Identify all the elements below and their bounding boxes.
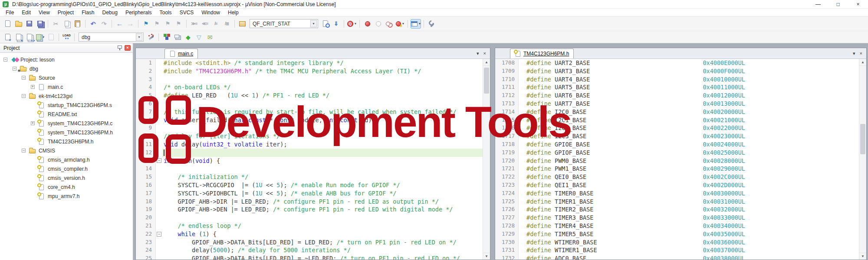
chevron-down-icon[interactable]: ▾	[43, 35, 44, 39]
save-all-icon[interactable]	[35, 19, 45, 29]
collapse-icon[interactable]: −	[22, 149, 26, 153]
code-line[interactable]: 1712#define UART6_BASE 0x40012000UL	[495, 91, 859, 100]
code-line[interactable]: 1724#define TIMER0_BASE 0x40030000UL	[495, 189, 859, 198]
code-line[interactable]: 14	[136, 165, 483, 173]
select-folders-icon[interactable]: ▽	[194, 32, 204, 42]
code-line[interactable]: 3	[136, 75, 483, 84]
clear-all-bookmarks-icon[interactable]: ⚑	[174, 19, 184, 29]
tree-item[interactable]: −dbg	[0, 64, 133, 73]
tree-item[interactable]: −Project: lesson	[0, 55, 133, 64]
code-line[interactable]: 15 /* initialization */	[136, 173, 483, 181]
code-line[interactable]: 8void assert_failed(char const * const m…	[136, 116, 483, 124]
tree-item[interactable]: −Source	[0, 73, 133, 82]
code-line[interactable]: 1722#define QEI0_BASE 0x4002C000UL	[495, 173, 859, 181]
scroll-up-icon[interactable]: ▲	[483, 59, 490, 66]
rebuild-all-icon[interactable]	[24, 32, 34, 42]
chevron-down-icon[interactable]: ▾	[402, 22, 404, 26]
find-text-combo[interactable]: QF_CRIT_STAT▾	[250, 19, 318, 28]
menu-item-file[interactable]: File	[2, 10, 18, 16]
expand-icon[interactable]: +	[31, 85, 35, 89]
scroll-down-icon[interactable]: ▼	[859, 253, 866, 260]
code-line[interactable]: 1727#define TIMER3_BASE 0x40033000UL	[495, 214, 859, 222]
code-line[interactable]: 2#include "TM4C123GH6PM.h" /* the TM4C M…	[136, 67, 483, 75]
previous-bookmark-icon[interactable]: ⚑	[152, 19, 162, 29]
code-line[interactable]: 24 delay(5000); /* delay for 5000 intera…	[136, 246, 483, 254]
comment-selection-icon[interactable]: /≡	[211, 19, 221, 29]
code-line[interactable]: 9	[136, 124, 483, 132]
code-line[interactable]: 10/* delay for [iter] iterations */	[136, 132, 483, 140]
insert-breakpoint-icon[interactable]	[362, 19, 372, 29]
menu-item-tools[interactable]: Tools	[156, 10, 176, 16]
build-target-icon[interactable]	[13, 32, 23, 42]
code-line[interactable]: 19 GPIOF_AHB->DEN |= LED_RED; /* configu…	[136, 205, 483, 214]
tree-item[interactable]: −CMSIS	[0, 146, 133, 155]
tree-item[interactable]: README.txt	[0, 110, 133, 119]
expand-icon[interactable]: +	[31, 121, 35, 125]
menu-item-edit[interactable]: Edit	[18, 10, 35, 16]
code-line[interactable]: 25 GPIOF_AHB->DATA_Bits[LED_RED] = ~LED_…	[136, 254, 483, 260]
tree-item[interactable]: −ek-tm4c123gxl	[0, 91, 133, 101]
pin-icon[interactable]	[117, 45, 122, 51]
collapse-icon[interactable]: −	[3, 58, 7, 62]
save-icon[interactable]	[24, 19, 34, 29]
code-line[interactable]: 1720#define PWM0_BASE 0x40028000UL	[495, 157, 859, 165]
menu-item-debug[interactable]: Debug	[99, 10, 122, 16]
code-line[interactable]: 1721#define PWM1_BASE 0x40029000UL	[495, 165, 859, 173]
chevron-down-icon[interactable]: ▾	[310, 20, 317, 27]
minimize-button[interactable]: —	[808, 0, 828, 8]
options-for-target-icon[interactable]	[146, 32, 156, 42]
tree-item[interactable]: TM4C123GH6PM.h	[0, 137, 133, 146]
window-layout-icon[interactable]: ▾	[411, 19, 421, 29]
scrollbar-thumb[interactable]	[484, 68, 489, 94]
file-extensions-books-icon[interactable]	[172, 32, 182, 42]
pack-installer-icon[interactable]: ✉	[205, 32, 215, 42]
menu-item-help[interactable]: Help	[224, 10, 243, 16]
incremental-find-icon[interactable]: ⇓	[331, 19, 341, 29]
paste-icon[interactable]	[72, 19, 82, 29]
navigate-back-icon[interactable]: ←	[115, 19, 125, 29]
code-line[interactable]: 1730#define WTIMER0_BASE 0x40036000UL	[495, 238, 859, 247]
code-line[interactable]: 16 SYSCTL->RCGCGPIO |= (1U << 5); /* ena…	[136, 181, 483, 189]
editor-right-close-icon[interactable]: ×	[860, 51, 862, 56]
code-line[interactable]: 5#define LED_RED (1U << 1) /* PF1 - red …	[136, 91, 483, 100]
next-bookmark-icon[interactable]: ⚑	[163, 19, 173, 29]
batch-build-icon[interactable]: ▾	[35, 32, 45, 42]
indent-icon[interactable]: ≫≡	[189, 19, 199, 29]
tree-item[interactable]: cmsis_compiler.h	[0, 164, 133, 173]
fold-collapse-icon[interactable]: −	[157, 232, 161, 237]
tree-item[interactable]: cmsis_armclang.h	[0, 155, 133, 164]
translate-file-icon[interactable]	[3, 32, 13, 42]
code-line[interactable]: 1725#define TIMER1_BASE 0x40031000UL	[495, 198, 859, 206]
menu-item-flash[interactable]: Flash	[78, 10, 98, 16]
code-line[interactable]: 1726#define TIMER2_BASE 0x40032000UL	[495, 205, 859, 214]
redo-icon[interactable]: ↷	[99, 19, 109, 29]
editor-left-close-icon[interactable]: ×	[483, 51, 486, 56]
tree-item[interactable]: cmsis_version.h	[0, 173, 133, 182]
scroll-down-icon[interactable]: ▼	[483, 253, 490, 260]
code-line[interactable]: 1715#define I2C1_BASE 0x40021000UL	[495, 116, 859, 124]
code-line[interactable]: 20	[136, 214, 483, 222]
code-line[interactable]: 21 /* endless loop */	[136, 222, 483, 230]
menu-item-svcs[interactable]: SVCS	[176, 10, 198, 16]
undo-icon[interactable]: ↶	[88, 19, 98, 29]
code-area-main-c[interactable]: 1#include <stdint.h> /* standard integer…	[136, 59, 483, 260]
insert-bookmark-icon[interactable]: ⚑	[141, 19, 151, 29]
kill-all-breakpoints-icon[interactable]: ▾	[395, 19, 405, 29]
uncomment-selection-icon[interactable]: /≣	[222, 19, 232, 29]
menu-item-view[interactable]: View	[35, 10, 54, 16]
code-line[interactable]: 1710#define UART4_BASE 0x40010000UL	[495, 75, 859, 84]
code-line[interactable]: 18 GPIOF_AHB->DIR |= LED_RED; /* configu…	[136, 198, 483, 206]
editor-left-scrollbar[interactable]: ▲ ▼	[483, 59, 490, 260]
editor-right-scrollbar[interactable]: ▲ ▼	[859, 59, 866, 260]
scrollbar-thumb[interactable]	[860, 124, 865, 154]
manage-run-time-environment-icon[interactable]	[161, 32, 171, 42]
configure-find-icon[interactable]	[237, 19, 247, 29]
tree-item[interactable]: +main.c	[0, 82, 133, 91]
fold-collapse-icon[interactable]: −	[157, 158, 161, 163]
find-next-icon[interactable]: Q▾	[347, 19, 357, 29]
code-line[interactable]: 1709#define UART3_BASE 0x4000F000UL	[495, 67, 859, 75]
code-line[interactable]: 7/* this function is required by start-u…	[136, 108, 483, 116]
code-line[interactable]: 12	[136, 149, 483, 157]
code-line[interactable]: 1#include <stdint.h> /* standard integer…	[136, 59, 483, 67]
code-line[interactable]: 1718#define GPIOE_BASE 0x40024000UL	[495, 140, 859, 149]
